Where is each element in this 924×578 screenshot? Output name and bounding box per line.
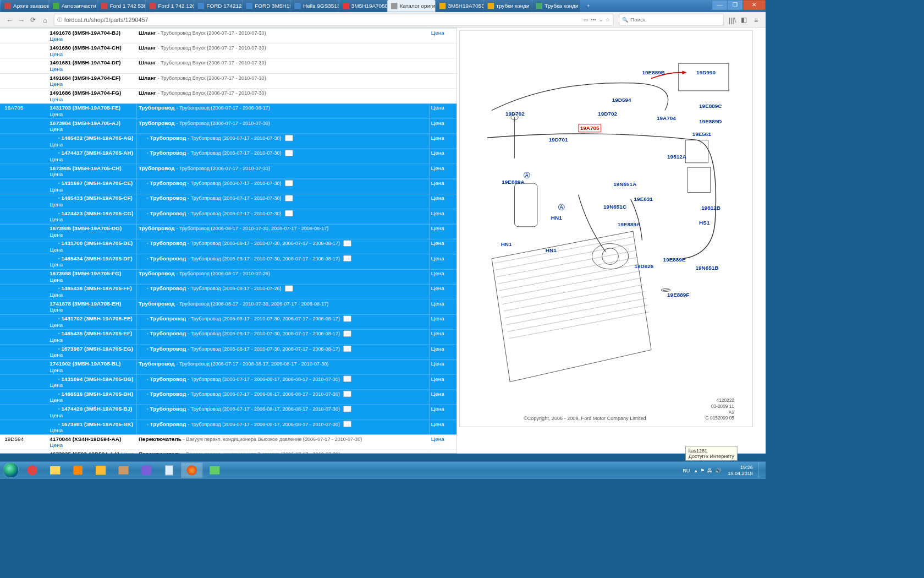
taskbar-app1-icon[interactable] [113, 462, 135, 478]
price-link[interactable]: Цена [431, 315, 444, 322]
price-link[interactable]: Цена [431, 435, 444, 442]
price-link[interactable]: Цена [431, 300, 444, 307]
tray-flag-icon[interactable]: ⚑ [700, 467, 705, 473]
shuffle-icon[interactable]: ⇄ [343, 255, 351, 261]
new-tab-button[interactable]: + [582, 1, 595, 11]
diagram-label[interactable]: HN1 [546, 247, 557, 254]
table-row[interactable]: 1741902 (3M5H-19A705-BL) ЦенаТрубопровод… [0, 359, 457, 374]
minimize-button[interactable]: — [712, 0, 727, 10]
table-row[interactable]: ◦ 1465435 (3M5H-19A705-EF) Цена◦ Трубопр… [0, 329, 457, 344]
diagram-label[interactable]: 19N651C [603, 204, 626, 210]
price-link[interactable]: Цена [50, 427, 63, 434]
table-row[interactable]: ◦ 1474420 (3M5H-19A705-BJ) Цена◦ Трубопр… [0, 405, 457, 419]
taskbar-viber-icon[interactable] [135, 462, 157, 478]
browser-tab[interactable]: 3M5H19A705D× [339, 0, 387, 12]
table-row[interactable]: 1491681 (3M5H-19A704-DF) ЦенаШланг - Тру… [0, 58, 457, 73]
price-link[interactable]: Цена [431, 285, 444, 292]
diagram-label[interactable]: 19E631 [634, 195, 653, 202]
info-icon[interactable]: ⓘ [57, 16, 62, 23]
diagram-label[interactable]: A [524, 172, 530, 178]
diagram-label[interactable]: A [558, 204, 565, 210]
diagram-label[interactable]: 19E889D [699, 118, 722, 125]
diagram-label[interactable]: 19A704 [657, 115, 676, 122]
price-link[interactable]: Цена [50, 201, 63, 208]
price-link[interactable]: Цена [50, 66, 63, 72]
table-row[interactable]: ◦ 1673981 (3M5H-19A705-BK) Цена◦ Трубопр… [0, 419, 457, 434]
table-row[interactable]: 1673985 (3M5H-19A705-CH) ЦенаТрубопровод… [0, 163, 457, 178]
table-row[interactable]: 1673984 (3M5H-19A705-AJ) ЦенаТрубопровод… [0, 118, 457, 133]
price-link[interactable]: Цена [431, 134, 444, 141]
table-row[interactable]: 1673986 (3M5H-19A705-DG) ЦенаТрубопровод… [0, 223, 457, 238]
shuffle-icon[interactable]: ⇄ [343, 345, 351, 352]
price-link[interactable]: Цена [431, 225, 444, 231]
price-link[interactable]: Цена [50, 442, 63, 449]
tab-close-icon[interactable]: × [530, 3, 532, 9]
price-link[interactable]: Цена [431, 375, 444, 382]
price-link[interactable]: Цена [431, 330, 444, 337]
tray-network-icon[interactable]: 🖧 [707, 467, 712, 473]
shuffle-icon[interactable]: ⇄ [343, 315, 351, 322]
table-row[interactable]: ◦ 1465436 (3M5H-19A705-FF) Цена◦ Трубопр… [0, 284, 457, 299]
table-row[interactable]: ◦ 1431700 (3M5H-19A705-DE) Цена◦ Трубопр… [0, 239, 457, 254]
diagram-label[interactable]: 19E889A [618, 221, 640, 228]
diagram-label[interactable]: HN1 [501, 241, 512, 248]
diagram-label[interactable]: 19D990 [696, 69, 716, 76]
more-icon[interactable]: ••• [591, 17, 596, 23]
price-link[interactable]: Цена [431, 105, 444, 111]
browser-tab[interactable]: Ford 1 742 126× [146, 0, 194, 12]
table-row[interactable]: ◦ 1465432 (3M5H-19A705-AG) Цена◦ Трубопр… [0, 133, 457, 148]
shuffle-icon[interactable]: ⇄ [285, 195, 293, 201]
shuffle-icon[interactable]: ⇄ [343, 406, 351, 412]
parts-diagram[interactable]: ©Copyright, 2006 - 2009, Ford Motor Comp… [459, 30, 753, 427]
diagram-label[interactable]: 19N651B [695, 265, 718, 271]
table-row[interactable]: ◦ 1431697 (3M5H-19A705-CE) Цена◦ Трубопр… [0, 178, 457, 193]
price-link[interactable]: Цена [50, 96, 63, 102]
taskbar-explorer-icon[interactable] [44, 462, 66, 478]
table-row[interactable]: ◦ 1465433 (3M5H-19A705-CF) Цена◦ Трубопр… [0, 194, 457, 209]
taskbar-opera-icon[interactable] [21, 462, 43, 478]
diagram-label[interactable]: 19D701 [549, 137, 568, 143]
diagram-label[interactable]: 19E561 [692, 131, 711, 138]
price-link[interactable]: Цена [431, 421, 444, 427]
shuffle-icon[interactable]: ⇄ [343, 390, 351, 397]
shuffle-icon[interactable]: ⇄ [343, 240, 351, 247]
url-field[interactable]: ⓘ ▭ ••• ⌄ ☆ [54, 14, 614, 26]
table-row[interactable]: ◦ 1466516 (3M5H-19A705-BH) Цена◦ Трубопр… [0, 389, 457, 404]
browser-tab[interactable]: Архив заказов× [1, 0, 49, 12]
url-input[interactable] [64, 16, 584, 23]
price-link[interactable]: Цена [50, 246, 63, 253]
table-row[interactable]: 4673935 (6F93-19D594-AA) ЦенаПереключате… [0, 450, 457, 454]
shuffle-icon[interactable]: ⇄ [343, 375, 351, 382]
pocket-icon[interactable]: ⌄ [599, 17, 603, 23]
price-link[interactable]: Цена [50, 307, 63, 313]
table-row[interactable]: 1673988 (3M5H-19A705-FG) ЦенаТрубопровод… [0, 269, 457, 283]
table-row[interactable]: 1491678 (3M5H-19A704-BJ) ЦенаШланг - Тру… [0, 28, 457, 43]
table-row[interactable]: ◦ 1673987 (3M5H-19A705-EG) Цена◦ Трубопр… [0, 344, 457, 359]
price-link[interactable]: Цена [50, 291, 63, 298]
tray-clock[interactable]: 19:26 15.04.2018 [724, 464, 757, 476]
diagram-label[interactable]: 19A705 [578, 124, 601, 132]
taskbar-app2-icon[interactable] [204, 462, 226, 478]
price-link[interactable]: Цена [50, 382, 63, 389]
reader-icon[interactable]: ▭ [584, 17, 588, 23]
price-link[interactable]: Цена [431, 165, 444, 171]
price-link[interactable]: Цена [431, 195, 444, 201]
diagram-label[interactable]: 19E889B [642, 69, 664, 76]
price-link[interactable]: Цена [431, 240, 444, 247]
browser-tab[interactable]: Hella 9GS35133× [291, 0, 339, 12]
table-row[interactable]: ◦ 1431702 (3M5H-19A705-EE) Цена◦ Трубопр… [0, 314, 457, 329]
diagram-label[interactable]: 19N651A [613, 181, 636, 188]
table-row[interactable]: 1491680 (3M5H-19A704-CH) ЦенаШланг - Тру… [0, 43, 457, 58]
shuffle-icon[interactable]: ⇄ [285, 150, 293, 156]
table-row[interactable]: 1741878 (3M5H-19A705-EH) ЦенаТрубопровод… [0, 299, 457, 314]
diagram-label[interactable]: 19E889A [502, 179, 524, 186]
price-link[interactable]: Цена [50, 171, 63, 178]
diagram-label[interactable]: HS1 [699, 220, 710, 226]
table-row[interactable]: 19D5944170844 (XS4H-19D594-AA) ЦенаПерек… [0, 434, 457, 449]
price-link[interactable]: Цена [431, 150, 444, 156]
price-link[interactable]: Цена [431, 390, 444, 397]
price-link[interactable]: Цена [50, 141, 63, 148]
price-link[interactable]: Цена [431, 210, 444, 216]
diagram-label[interactable]: 19D702 [598, 111, 617, 117]
price-link[interactable]: Цена [50, 156, 63, 162]
